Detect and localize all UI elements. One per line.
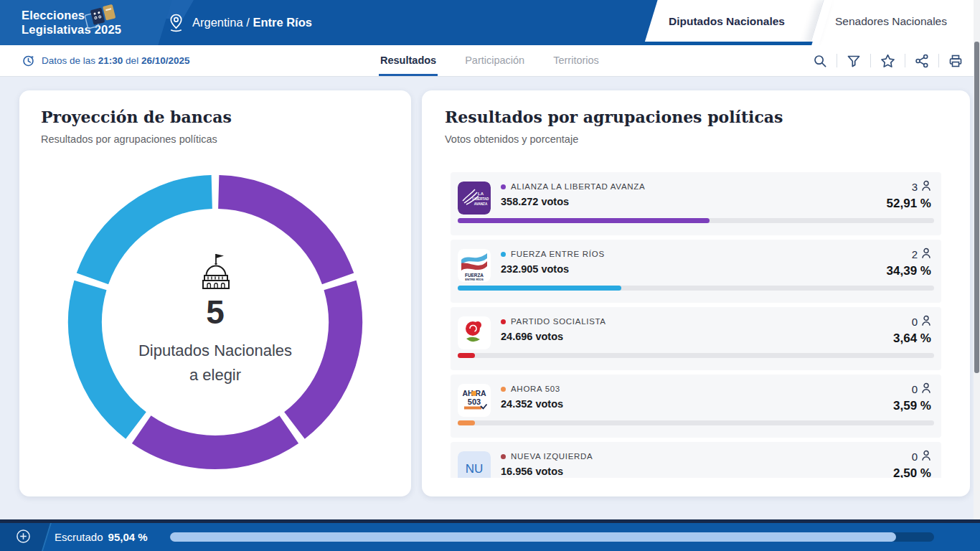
capitol-icon [195,251,235,291]
seats-card-title: Proyección de bancas [41,108,232,126]
party-name-line: AHORA 503 [501,385,560,393]
party-name-line: ALIANZA LA LIBERTAD AVANZA [501,182,645,191]
party-votes: 24.696 votos [501,331,563,342]
icon-separator [837,54,837,67]
tab-diputados-nacionales[interactable]: Diputados Nacionales [669,15,785,28]
party-bar-track [458,420,934,425]
scrutinized-label: Escrutado 95,04 % [55,523,148,551]
party-bar-fill [458,420,475,425]
party-bar-fill [458,286,621,291]
party-color-dot [501,252,506,257]
party-color-dot [501,319,506,324]
person-icon [921,382,931,396]
person-icon [921,315,931,329]
party-seats: 2 [912,248,931,261]
svg-text:FUERZA: FUERZA [465,273,484,278]
location-country: Argentina [192,16,243,29]
star-icon[interactable] [880,54,895,68]
svg-text:ENTRE RÍOS: ENTRE RÍOS [465,278,484,281]
party-color-dot [501,387,506,392]
results-card: Resultados por agrupaciones políticas Vo… [422,90,970,496]
icon-separator [870,54,871,67]
seats-card-subtitle: Resultados por agrupaciones políticas [41,133,217,145]
ballots-icon [80,2,122,29]
filter-icon[interactable] [847,54,861,68]
party-color-dot [501,184,506,189]
clock-refresh-icon [22,54,35,67]
party-name: NUEVA IZQUIERDA [511,452,593,461]
location-pin-icon [168,13,184,33]
party-row[interactable]: PARTIDO SOCIALISTA 24.696 votos 0 3,64 % [451,307,941,370]
seats-label-line2: a elegir [108,366,323,385]
donut-segment [219,192,338,279]
tab-participacion[interactable]: Participación [463,45,526,76]
location-breadcrumb[interactable]: Argentina / Entre Ríos [168,0,312,45]
party-percent: 3,64 % [893,331,931,346]
person-icon [921,450,931,463]
party-percent: 2,50 % [893,466,931,478]
party-seats: 0 [912,450,931,463]
election-results-page: Elecciones Legislativas 2025 Argentina / [0,0,980,551]
page-scrollbar-thumb[interactable] [974,42,979,373]
party-row[interactable]: AH RA 503 AHORA 503 24.352 votos 0 3,59 … [451,375,941,438]
party-name-line: PARTIDO SOCIALISTA [501,317,606,326]
timestamp-date: 26/10/2025 [141,55,190,66]
person-icon [921,180,931,194]
timestamp-time: 21:30 [98,55,123,66]
party-bar-track [458,353,934,358]
expand-plus-icon[interactable] [16,529,31,544]
search-icon[interactable] [813,54,827,68]
party-logo: LA LIBERTAD AVANZA [458,182,491,215]
footer-bar: Escrutado 95,04 % [0,519,980,551]
party-row[interactable]: NU NUEVA IZQUIERDA 16.956 votos 0 2,50 % [451,442,941,478]
share-icon[interactable] [915,54,929,68]
party-seats: 0 [912,315,931,329]
party-name: PARTIDO SOCIALISTA [511,317,606,326]
tab-territorios[interactable]: Territorios [552,45,600,76]
seats-label-line1: Diputados Nacionales [108,342,323,360]
seats-total: 5 [143,293,287,331]
print-icon[interactable] [948,54,963,68]
location-separator: / [246,16,250,29]
party-votes: 358.272 votos [501,196,569,207]
party-percent: 3,59 % [893,399,931,413]
party-votes: 24.352 votos [501,398,563,410]
party-logo: NU [458,451,491,478]
svg-text:AVANZA: AVANZA [474,202,488,206]
party-logo [458,316,491,349]
timestamp-text: Datos de las 21:30 del 26/10/2025 [42,55,189,66]
svg-text:LIBERTAD: LIBERTAD [473,197,490,201]
results-card-title: Resultados por agrupaciones políticas [445,108,783,126]
party-logo: FUERZA ENTRE RÍOS [458,249,491,282]
svg-text:503: 503 [468,397,481,406]
party-row[interactable]: FUERZA ENTRE RÍOS FUERZA ENTRE RÍOS 232.… [451,240,941,303]
party-name: ALIANZA LA LIBERTAD AVANZA [511,182,645,191]
party-name: FUERZA ENTRE RÍOS [511,250,605,258]
party-seats: 0 [912,382,931,396]
party-name-line: NUEVA IZQUIERDA [501,452,593,461]
party-votes: 232.905 votos [501,263,569,275]
svg-text:NU: NU [466,462,484,476]
party-color-dot [501,454,506,459]
party-row[interactable]: LA LIBERTAD AVANZA ALIANZA LA LIBERTAD A… [451,172,941,235]
party-bar-fill [458,218,710,223]
results-card-subtitle: Votos obtenidos y porcentaje [445,133,578,145]
party-name: AHORA 503 [511,385,560,393]
icon-separator [938,54,939,67]
scrutinized-progress-track [170,532,934,542]
tab-resultados[interactable]: Resultados [379,45,438,76]
scrutinized-progress-fill [170,532,896,542]
donut-segment [141,430,289,453]
person-icon [921,248,931,261]
svg-text:LA: LA [478,192,484,196]
party-votes: 16.956 votos [501,466,563,477]
chamber-tabs: Diputados Nacionales Senadores Nacionale… [636,0,980,45]
seats-projection-card: Proyección de bancas Resultados por agru… [19,90,411,496]
breadcrumb-text: Argentina / Entre Ríos [192,16,312,29]
header: Elecciones Legislativas 2025 Argentina / [0,0,980,45]
party-percent: 34,39 % [887,264,931,278]
view-tabs: Resultados Participación Territorios [379,45,600,76]
party-bar-track [458,286,934,291]
party-bar-track [458,218,934,223]
tab-senadores-nacionales[interactable]: Senadores Nacionales [835,15,947,28]
